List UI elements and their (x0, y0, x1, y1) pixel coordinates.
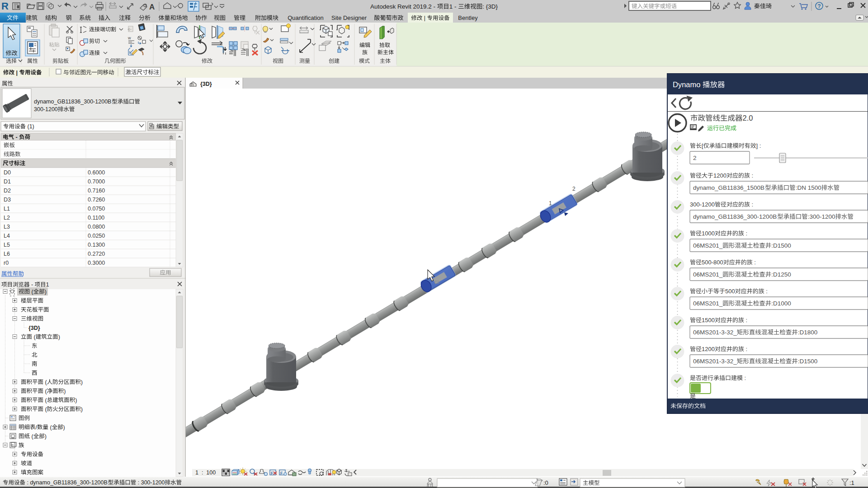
svg-text:: 300-1200: : 300-1200 (136, 479, 165, 486)
svg-text:1500: 1500 (702, 317, 715, 324)
svg-text::: : (750, 201, 753, 208)
svg-text:D1: D1 (4, 178, 11, 185)
svg-text:Bentley: Bentley (458, 14, 478, 21)
svg-text:): ) (45, 433, 47, 440)
svg-text:?: ? (817, 3, 821, 9)
svg-text:06MS201_: 06MS201_ (693, 300, 723, 307)
svg-text:06MS201-3-32_: 06MS201-3-32_ (693, 329, 737, 336)
svg-text:500-800: 500-800 (702, 259, 723, 266)
svg-text:): ) (63, 424, 65, 431)
svg-text:0.7000: 0.7000 (88, 178, 105, 185)
svg-text:L1: L1 (4, 206, 10, 212)
svg-text:0.0250: 0.0250 (88, 233, 105, 239)
svg-text:2.0: 2.0 (743, 114, 753, 122)
svg-text::D1250: :D1250 (771, 271, 791, 278)
svg-text:: {3D}: : {3D} (482, 3, 498, 10)
svg-text:1200: 1200 (713, 172, 726, 179)
svg-text::0: :0 (543, 479, 548, 486)
svg-text::DN 1500: :DN 1500 (796, 184, 821, 191)
svg-text:-: - (30, 282, 35, 288)
svg-text:2: 2 (693, 155, 697, 161)
svg-text:: dynamo_GB11836_300-1200B: : dynamo_GB11836_300-1200B (25, 479, 108, 486)
svg-text:(: ( (30, 433, 33, 440)
svg-text:R: R (1, 0, 9, 12)
svg-text::: : (744, 317, 747, 324)
svg-text:dynamo_GB11836_1500B: dynamo_GB11836_1500B (693, 184, 764, 191)
svg-text:500: 500 (725, 288, 735, 295)
svg-text:|: | (422, 15, 427, 21)
svg-text:D2: D2 (4, 188, 11, 194)
svg-text:(: ( (48, 424, 52, 431)
svg-text:06MS201_: 06MS201_ (693, 242, 723, 249)
svg-text:] :: ] : (756, 142, 761, 149)
svg-text:Quantification: Quantification (288, 14, 324, 21)
svg-text:dynamo_GB11836_300-1200B: dynamo_GB11836_300-1200B (34, 99, 111, 105)
svg-text::300-1200: :300-1200 (808, 213, 835, 220)
svg-text:0.0800: 0.0800 (88, 224, 105, 230)
svg-text:(1): (1) (26, 123, 34, 130)
svg-text::D1800: :D1800 (798, 329, 818, 336)
svg-text::: : (744, 230, 747, 237)
svg-text:0.2720: 0.2720 (88, 251, 105, 257)
svg-text:1000: 1000 (702, 230, 715, 237)
svg-text:1: 1 (144, 4, 146, 7)
svg-text:06MS201_: 06MS201_ (693, 271, 723, 278)
svg-text:L4: L4 (4, 233, 10, 239)
svg-text:Site Designer: Site Designer (331, 14, 367, 21)
svg-text:0.7160: 0.7160 (88, 188, 105, 194)
svg-text:): ) (81, 406, 83, 413)
svg-text:L5: L5 (4, 242, 10, 248)
svg-text:{3D}: {3D} (200, 81, 212, 87)
svg-text:(: ( (43, 388, 47, 394)
svg-text::1: :1 (849, 479, 854, 486)
svg-text:2: 2 (572, 186, 576, 192)
svg-text:1 -: 1 - (449, 3, 458, 10)
svg-text:[: [ (702, 142, 703, 149)
svg-text:1 : 100: 1 : 100 (195, 469, 216, 476)
svg-text:w: w (127, 36, 131, 40)
svg-text:): ) (75, 397, 77, 404)
svg-text::: : (744, 346, 747, 352)
svg-text:-: - (14, 134, 19, 141)
svg-text:0.6000: 0.6000 (88, 169, 105, 176)
svg-text:D3: D3 (4, 197, 11, 203)
svg-text:1: 1 (549, 200, 552, 206)
svg-text::: : (750, 172, 753, 179)
svg-text::D1000: :D1000 (771, 300, 791, 307)
svg-text:): ) (45, 289, 47, 295)
svg-text:{3D}: {3D} (28, 325, 40, 331)
svg-text:1200: 1200 (702, 346, 715, 352)
svg-text::D1500: :D1500 (798, 358, 818, 365)
svg-text:/: / (36, 424, 38, 431)
svg-text::D1500: :D1500 (771, 242, 791, 249)
svg-text:Dynamo: Dynamo (673, 80, 703, 89)
svg-text:(: ( (30, 289, 33, 295)
svg-text:0.0750: 0.0750 (88, 206, 105, 212)
svg-text::: : (743, 375, 746, 381)
svg-text:0.1300: 0.1300 (88, 242, 105, 248)
svg-text:(: ( (43, 379, 47, 385)
svg-text:0.3000: 0.3000 (88, 260, 105, 266)
svg-text::: : (764, 288, 768, 295)
svg-text:(: ( (43, 406, 47, 413)
svg-text:300-1200: 300-1200 (690, 201, 715, 208)
svg-text:06MS201-3-32_: 06MS201-3-32_ (693, 358, 737, 365)
svg-text:L3: L3 (4, 224, 10, 230)
svg-text:dynamo_GB11836_300-1200B: dynamo_GB11836_300-1200B (693, 213, 777, 220)
svg-text:1: 1 (46, 282, 49, 288)
svg-text:): ) (58, 334, 60, 340)
svg-text:Autodesk Revit 2019.2 -: Autodesk Revit 2019.2 - (370, 3, 437, 10)
svg-text:L6: L6 (4, 251, 10, 257)
svg-text:D0: D0 (4, 169, 11, 176)
svg-text:0.7260: 0.7260 (88, 197, 105, 203)
svg-text:300-1200: 300-1200 (34, 106, 58, 113)
svg-text:0.1100: 0.1100 (88, 215, 104, 221)
svg-text:): ) (81, 379, 83, 385)
svg-text:(: ( (32, 334, 36, 340)
svg-text:A: A (149, 3, 155, 11)
svg-text::: : (753, 259, 756, 266)
svg-text:): ) (64, 388, 66, 394)
svg-text:L2: L2 (4, 215, 10, 221)
svg-text:r0: r0 (4, 260, 9, 266)
svg-text:(: ( (43, 397, 47, 404)
